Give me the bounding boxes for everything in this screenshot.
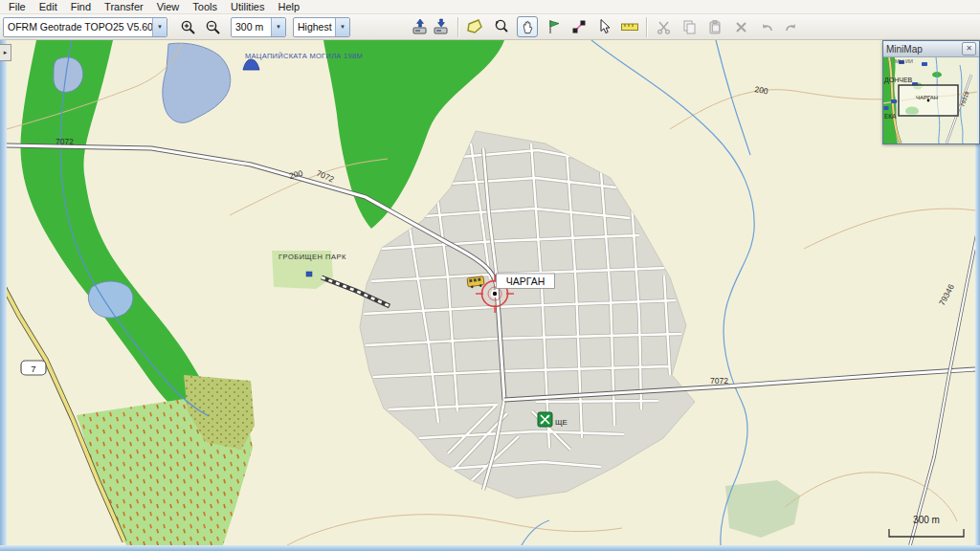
minimap-titlebar[interactable]: MiniMap ✕ <box>883 41 979 56</box>
chevron-down-icon[interactable]: ▼ <box>271 18 285 36</box>
minimap-position-dot <box>927 99 930 102</box>
toolbar: OFRM Geotrade TOPO25 V5.60 CYR ▼ 300 m ▼… <box>0 14 980 40</box>
map-product-combobox[interactable]: OFRM Geotrade TOPO25 V5.60 CYR ▼ <box>3 17 167 37</box>
delete-icon[interactable] <box>730 16 751 37</box>
send-to-device-icon[interactable] <box>410 16 431 37</box>
route-tool-icon[interactable] <box>568 16 590 37</box>
menu-tools[interactable]: Tools <box>186 1 224 12</box>
map-product-value: OFRM Geotrade TOPO25 V5.60 CYR <box>4 21 152 33</box>
svg-text:7072: 7072 <box>710 376 728 386</box>
minimap-map[interactable]: МЫ ИИ ДОНЧЕВ ЧАРГАН 79319 ЕКА <box>883 56 979 143</box>
svg-text:7072: 7072 <box>56 137 74 146</box>
svg-text:ГРОБИЩЕН ПАРК: ГРОБИЩЕН ПАРК <box>278 253 346 261</box>
poi-label-fragment: ЩЕ <box>555 418 568 427</box>
menu-find[interactable]: Find <box>64 1 98 12</box>
zoom-in-icon[interactable] <box>177 16 198 37</box>
menu-transfer[interactable]: Transfer <box>98 1 150 12</box>
svg-text:300 m: 300 m <box>913 515 940 525</box>
detail-level-value: Highest <box>294 21 335 33</box>
sports-facility-icon <box>538 412 552 427</box>
zoom-scale-value: 300 m <box>232 21 271 33</box>
measure-ruler-icon[interactable] <box>619 16 640 37</box>
menu-help[interactable]: Help <box>271 1 306 12</box>
svg-text:МАЦАПИЙСКАТА МОГИЛА 198М: МАЦАПИЙСКАТА МОГИЛА 198М <box>245 52 363 60</box>
paste-icon[interactable] <box>704 16 725 37</box>
zoom-tool-icon[interactable] <box>491 16 512 37</box>
cut-icon[interactable] <box>653 16 674 37</box>
zoom-scale-combobox[interactable]: 300 m ▼ <box>231 17 286 37</box>
svg-text:МЫ ИИ: МЫ ИИ <box>895 58 913 64</box>
minimap-panel[interactable]: MiniMap ✕ <box>882 40 980 144</box>
menu-file[interactable]: File <box>2 1 33 12</box>
map-canvas[interactable]: ЩЕ ЧАРГАН 7 МАЦАПИЙСКАТА МОГИЛА 198М ГРО… <box>7 40 975 545</box>
svg-text:ДОНЧЕВ: ДОНЧЕВ <box>884 77 913 84</box>
chevron-down-icon[interactable]: ▼ <box>335 18 349 36</box>
svg-text:7: 7 <box>31 364 35 374</box>
menu-view[interactable]: View <box>150 1 187 12</box>
undo-icon[interactable] <box>756 16 777 37</box>
detail-level-combobox[interactable]: Highest ▼ <box>293 17 350 37</box>
menu-edit[interactable]: Edit <box>33 1 64 12</box>
selection-arrow-icon[interactable] <box>593 16 614 37</box>
menu-utilities[interactable]: Utilities <box>224 1 271 12</box>
town-label: ЧАРГАН <box>497 274 555 289</box>
svg-text:ЕКА: ЕКА <box>884 113 897 120</box>
receive-from-device-icon[interactable] <box>431 16 452 37</box>
redo-icon[interactable] <box>780 16 801 37</box>
menu-bar: File Edit Find Transfer View Tools Utili… <box>0 0 980 14</box>
copy-icon[interactable] <box>679 16 700 37</box>
map-viewport[interactable]: ЩЕ ЧАРГАН 7 МАЦАПИЙСКАТА МОГИЛА 198М ГРО… <box>0 40 980 551</box>
window-frame-left <box>0 40 7 551</box>
pan-hand-icon[interactable] <box>517 16 538 37</box>
svg-text:ЧАРГАН: ЧАРГАН <box>916 95 938 100</box>
route-7-shield: 7 <box>21 361 46 375</box>
svg-text:ЧАРГАН: ЧАРГАН <box>506 276 546 287</box>
zoom-out-icon[interactable] <box>202 16 223 37</box>
waypoint-flag-icon[interactable] <box>544 16 565 37</box>
cemetery-poi-icon <box>306 272 312 276</box>
toolbar-overflow-button[interactable]: ▸ <box>0 44 11 61</box>
window-frame-bottom <box>0 545 980 551</box>
map-select-icon[interactable] <box>464 16 485 37</box>
chevron-down-icon[interactable]: ▼ <box>152 18 167 36</box>
minimap-close-icon[interactable]: ✕ <box>962 42 976 55</box>
minimap-title: MiniMap <box>886 44 923 55</box>
